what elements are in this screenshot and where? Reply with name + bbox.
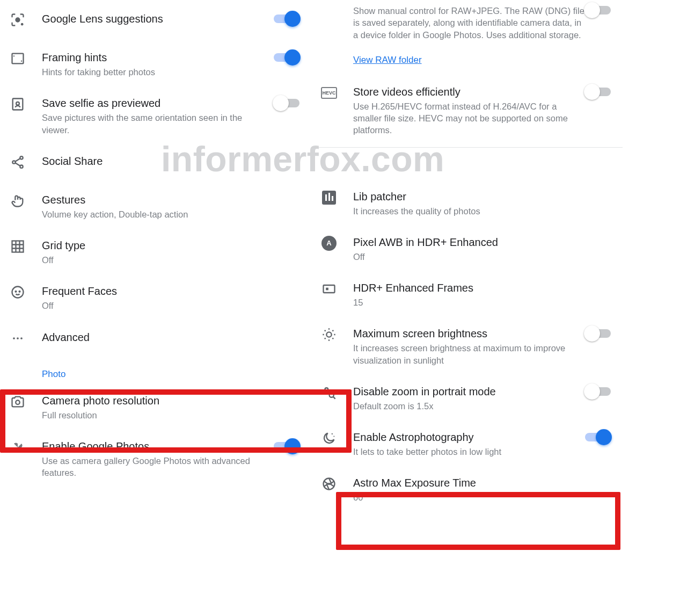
title: Disable zoom in portrait mode — [353, 385, 578, 398]
svg-point-9 — [12, 287, 24, 298]
setting-pixel-awb[interactable]: A Pixel AWB in HDR+ Enhanced Off — [311, 226, 623, 271]
hdr-icon — [320, 280, 338, 298]
svg-point-4 — [16, 102, 19, 105]
lib-icon — [320, 189, 338, 207]
setting-enable-google-photos[interactable]: Enable Google Photos Use as camera galle… — [0, 430, 311, 488]
selfie-icon — [9, 95, 27, 113]
subtitle: Use H.265/HEVC format instead of H.264/A… — [353, 100, 585, 136]
toggle[interactable] — [585, 429, 611, 444]
toggle[interactable] — [585, 84, 611, 99]
toggle[interactable] — [585, 2, 611, 17]
face-icon — [9, 283, 27, 301]
title: Advanced — [42, 330, 266, 344]
title: Grid type — [42, 238, 266, 252]
setting-raw-control[interactable]: Show manual control for RAW+JPEG. The RA… — [311, 2, 623, 49]
subtitle: Off — [42, 300, 266, 311]
title: Google Lens suggestions — [42, 12, 266, 26]
title: Frequent Faces — [42, 284, 266, 298]
moon-icon — [320, 429, 338, 447]
awb-icon: A — [320, 234, 338, 252]
raw-icon — [320, 2, 338, 20]
title: Camera photo resolution — [42, 394, 266, 408]
gesture-icon — [9, 192, 27, 210]
svg-rect-2 — [12, 54, 24, 64]
subtitle: Use as camera gallery Google Photos with… — [42, 455, 269, 479]
title: HDR+ Enhanced Frames — [353, 281, 578, 295]
setting-grid-type[interactable]: Grid type Off — [0, 229, 311, 274]
subtitle: Default zoom is 1.5x — [353, 400, 578, 412]
title: Enable Google Photos — [42, 439, 269, 453]
title: Astro Max Exposure Time — [353, 476, 578, 490]
setting-max-brightness[interactable]: Maximum screen brightness It increases s… — [311, 317, 623, 375]
setting-hdr-frames[interactable]: HDR+ Enhanced Frames 15 — [311, 271, 623, 317]
subtitle: Full resolution — [42, 409, 266, 421]
toggle[interactable] — [585, 325, 611, 340]
hevc-icon: HEVC — [320, 84, 338, 102]
setting-save-selfie[interactable]: Save selfie as previewed Save pictures w… — [0, 86, 311, 144]
setting-google-lens[interactable]: Google Lens suggestions — [0, 2, 311, 41]
subtitle: It lets to take better photos in low lig… — [353, 446, 578, 458]
setting-social-share[interactable]: Social Share — [0, 144, 311, 183]
setting-lib-patcher[interactable]: Lib patcher It increases the quality of … — [311, 180, 623, 226]
title: Framing hints — [42, 50, 266, 64]
svg-point-19 — [325, 388, 328, 391]
svg-rect-17 — [326, 288, 328, 291]
svg-point-15 — [16, 400, 19, 404]
svg-point-7 — [20, 165, 23, 168]
svg-point-22 — [333, 436, 334, 437]
subtitle: Off — [42, 254, 266, 266]
title: Social Share — [42, 154, 266, 168]
toggle[interactable] — [274, 49, 299, 64]
toggle[interactable] — [585, 383, 611, 398]
title: Lib patcher — [353, 190, 578, 204]
svg-rect-3 — [13, 99, 23, 110]
title: Enable Astrophotography — [353, 430, 578, 444]
section-photo: Photo — [0, 365, 311, 384]
setting-astro-max-exposure[interactable]: Astro Max Exposure Time 60 — [311, 466, 623, 512]
svg-point-13 — [17, 337, 19, 339]
subtitle: Save pictures with the same orientation … — [42, 112, 267, 136]
subtitle: 60 — [353, 491, 578, 503]
link-view-raw-folder[interactable]: View RAW folder — [311, 49, 422, 75]
svg-rect-16 — [324, 285, 335, 293]
setting-disable-portrait-zoom[interactable]: Disable zoom in portrait mode Default zo… — [311, 375, 623, 421]
camera-icon — [9, 393, 27, 411]
subtitle: Off — [353, 251, 578, 263]
svg-point-18 — [326, 332, 331, 337]
svg-point-10 — [16, 291, 17, 292]
toggle[interactable] — [274, 11, 299, 26]
setting-gestures[interactable]: Gestures Volume key action, Double-tap a… — [0, 183, 311, 229]
setting-enable-astrophotography[interactable]: Enable Astrophotography It lets to take … — [311, 421, 623, 466]
svg-point-0 — [16, 18, 20, 22]
subtitle: It increases screen brightness at maximu… — [353, 342, 585, 366]
framing-icon — [9, 49, 27, 68]
lens-icon — [9, 11, 27, 29]
title: Maximum screen brightness — [353, 327, 585, 340]
subtitle: Hints for taking better photos — [42, 66, 266, 78]
subtitle: Volume key action, Double-tap action — [42, 208, 266, 220]
setting-camera-resolution[interactable]: Camera photo resolution Full resolution — [0, 384, 311, 430]
divider — [311, 147, 623, 148]
share-icon — [9, 153, 27, 171]
setting-frequent-faces[interactable]: Frequent Faces Off — [0, 274, 311, 320]
toggle[interactable] — [274, 438, 299, 453]
svg-point-1 — [21, 23, 24, 26]
setting-store-videos[interactable]: HEVC Store videos efficiently Use H.265/… — [311, 75, 623, 145]
svg-point-20 — [330, 393, 334, 397]
subtitle: It increases the quality of photos — [353, 205, 578, 217]
toggle[interactable] — [274, 95, 299, 110]
title: Store videos efficiently — [353, 85, 585, 99]
svg-point-6 — [12, 161, 15, 163]
dots-icon — [9, 329, 27, 347]
title: Pixel AWB in HDR+ Enhanced — [353, 235, 578, 249]
svg-rect-8 — [12, 241, 24, 252]
shutter-icon — [320, 475, 338, 493]
setting-advanced[interactable]: Advanced — [0, 321, 311, 365]
subtitle: 15 — [353, 296, 578, 308]
svg-point-14 — [20, 337, 23, 339]
setting-framing-hints[interactable]: Framing hints Hints for taking better ph… — [0, 41, 311, 86]
svg-point-12 — [13, 337, 15, 339]
title: Save selfie as previewed — [42, 96, 267, 110]
svg-point-21 — [332, 433, 333, 434]
zoom-icon — [320, 383, 338, 402]
